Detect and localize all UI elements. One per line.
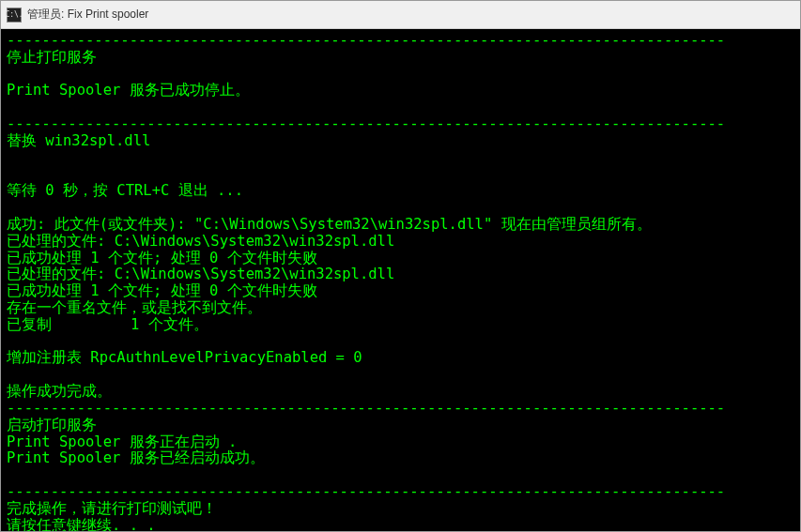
output-line — [7, 99, 794, 116]
separator-line: ----------------------------------------… — [7, 116, 794, 133]
output-line — [7, 334, 794, 351]
output-line: 替换 win32spl.dll — [7, 133, 794, 150]
window-title: 管理员: Fix Print spooler — [27, 7, 148, 23]
output-line — [7, 167, 794, 184]
output-line: Print Spooler 服务正在启动 . — [7, 434, 794, 451]
output-line: 增加注册表 RpcAuthnLevelPrivacyEnabled = 0 — [7, 350, 794, 367]
output-line — [7, 200, 794, 217]
output-line: 已成功处理 1 个文件; 处理 0 个文件时失败 — [7, 251, 794, 267]
output-line: 已处理的文件: C:\Windows\System32\win32spl.dll — [7, 234, 794, 251]
output-line: 已成功处理 1 个文件; 处理 0 个文件时失败 — [7, 283, 794, 300]
output-line — [7, 367, 794, 384]
output-line: 成功: 此文件(或文件夹): "C:\Windows\System32\win3… — [7, 217, 794, 234]
output-line: Print Spooler 服务已经启动成功。 — [7, 450, 794, 467]
output-line: 启动打印服务 — [7, 418, 794, 434]
separator-line: ----------------------------------------… — [7, 401, 794, 418]
output-line — [7, 67, 794, 84]
output-line — [7, 150, 794, 167]
output-line: 存在一个重名文件，或是找不到文件。 — [7, 300, 794, 317]
output-line: 操作成功完成。 — [7, 384, 794, 401]
cmd-window: C:\. 管理员: Fix Print spooler ------------… — [0, 0, 801, 532]
output-line — [7, 467, 794, 484]
terminal-output[interactable]: ----------------------------------------… — [1, 29, 800, 531]
cmd-icon: C:\. — [7, 8, 22, 23]
separator-line: ----------------------------------------… — [7, 484, 794, 501]
output-line: Print Spooler 服务已成功停止。 — [7, 83, 794, 99]
separator-line: ----------------------------------------… — [7, 33, 794, 50]
output-line: 完成操作，请进行打印测试吧！ — [7, 501, 794, 518]
output-line: 请按任意键继续. . . — [7, 518, 794, 531]
output-line: 已处理的文件: C:\Windows\System32\win32spl.dll — [7, 266, 794, 283]
output-line: 已复制 1 个文件。 — [7, 317, 794, 334]
output-line: 停止打印服务 — [7, 50, 794, 67]
titlebar[interactable]: C:\. 管理员: Fix Print spooler — [1, 1, 800, 29]
output-line: 等待 0 秒，按 CTRL+C 退出 ... — [7, 183, 794, 200]
